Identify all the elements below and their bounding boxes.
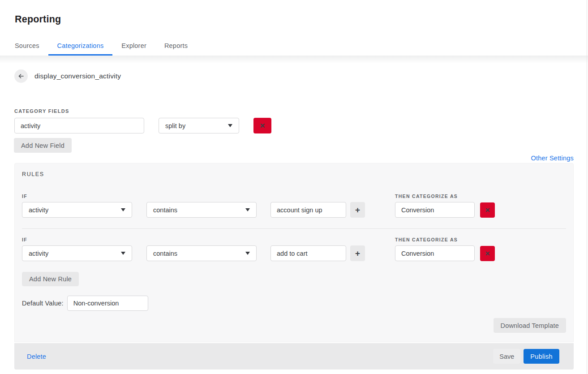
arrow-left-icon: [17, 73, 25, 80]
category-fields-label: CATEGORY FIELDS: [14, 108, 588, 114]
download-template-row: Download Template: [22, 318, 566, 333]
field-type-select[interactable]: split by: [159, 118, 239, 133]
caret-down-icon: [245, 252, 250, 255]
main-content: display_conversion_activity CATEGORY FIE…: [0, 69, 588, 370]
tab-explorer[interactable]: Explorer: [112, 39, 155, 56]
if-label: IF: [22, 237, 365, 242]
publish-button[interactable]: Publish: [524, 349, 559, 364]
default-value-label: Default Value:: [22, 300, 64, 307]
rule-2-operator-select[interactable]: contains: [146, 245, 257, 261]
rules-section-label: RULES: [22, 171, 566, 177]
rule-1-add-condition-button[interactable]: +: [350, 202, 365, 218]
default-value-input[interactable]: [67, 296, 148, 311]
then-categorize-as-label: THEN CATEGORIZE AS: [395, 193, 495, 199]
categorization-title: display_conversion_activity: [34, 72, 121, 80]
remove-field-button[interactable]: ✕: [253, 118, 271, 133]
page-title: Reporting: [0, 0, 588, 25]
rule-1-field-value: activity: [29, 206, 48, 214]
field-type-value: split by: [165, 122, 185, 129]
rule-2-operator-value: contains: [153, 250, 177, 257]
category-field-row: split by ✕: [14, 118, 588, 133]
scroll-track-edge: [587, 0, 587, 374]
rule-2-value-input[interactable]: [270, 245, 346, 261]
back-button[interactable]: [14, 69, 28, 83]
caret-down-icon: [228, 124, 232, 127]
caret-down-icon: [245, 208, 250, 211]
rule-1-field-select[interactable]: activity: [22, 202, 132, 218]
then-categorize-as-label: THEN CATEGORIZE AS: [395, 237, 495, 242]
rule-2-then-group: THEN CATEGORIZE AS ✕: [395, 237, 495, 261]
rule-2-remove-button[interactable]: ✕: [480, 246, 495, 261]
caret-down-icon: [121, 208, 125, 211]
rule-2-add-condition-button[interactable]: +: [350, 245, 365, 261]
rule-1-value-input[interactable]: [270, 202, 346, 218]
rules-panel: RULES IF activity contains +: [14, 163, 574, 342]
header-shadow: [0, 56, 588, 64]
field-name-input[interactable]: [14, 118, 144, 133]
rule-1-remove-button[interactable]: ✕: [480, 202, 495, 218]
rule-1-then-group: THEN CATEGORIZE AS ✕: [395, 193, 495, 218]
save-button[interactable]: Save: [493, 349, 520, 364]
other-settings-link[interactable]: Other Settings: [531, 155, 574, 162]
default-value-row: Default Value:: [22, 296, 566, 311]
add-new-rule-button[interactable]: Add New Rule: [22, 272, 79, 286]
rule-2-if-group: IF activity contains +: [22, 237, 365, 261]
if-label: IF: [22, 193, 365, 199]
tab-sources[interactable]: Sources: [6, 39, 48, 56]
tab-categorizations[interactable]: Categorizations: [48, 39, 113, 56]
detail-header: display_conversion_activity: [14, 69, 588, 83]
rule-2-field-select[interactable]: activity: [22, 245, 132, 261]
caret-down-icon: [121, 252, 125, 255]
app-header: Reporting Sources Categorizations Explor…: [0, 0, 588, 56]
download-template-button[interactable]: Download Template: [494, 318, 567, 333]
rule-1-operator-select[interactable]: contains: [146, 202, 257, 218]
plus-icon: +: [355, 249, 360, 258]
add-new-field-button[interactable]: Add New Field: [14, 138, 72, 153]
close-icon: ✕: [485, 207, 490, 213]
close-icon: ✕: [260, 122, 266, 129]
delete-link[interactable]: Delete: [27, 353, 46, 360]
rule-2-field-value: activity: [29, 250, 48, 257]
rule-2-category-input[interactable]: [395, 245, 475, 261]
rule-row-1: IF activity contains +: [22, 187, 566, 228]
other-settings-row: Other Settings: [14, 154, 574, 162]
rule-row-2: IF activity contains +: [22, 228, 566, 272]
rule-1-category-input[interactable]: [395, 202, 475, 218]
tab-reports[interactable]: Reports: [155, 39, 197, 56]
rule-1-operator-value: contains: [153, 206, 177, 214]
tab-bar: Sources Categorizations Explorer Reports: [6, 39, 588, 56]
footer-action-bar: Delete Save Publish: [14, 343, 574, 370]
close-icon: ✕: [485, 250, 490, 257]
rule-1-if-group: IF activity contains +: [22, 193, 365, 218]
plus-icon: +: [355, 206, 360, 214]
